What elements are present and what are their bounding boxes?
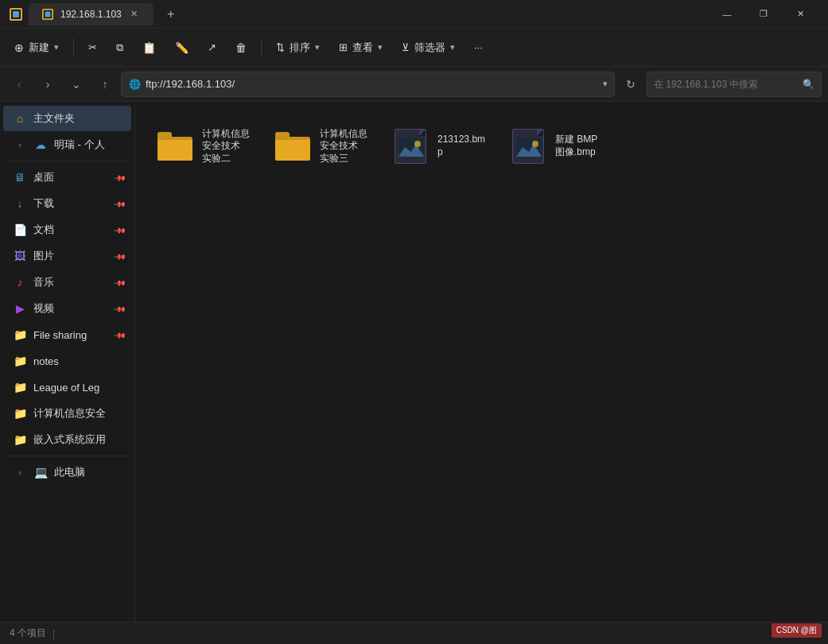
search-box[interactable]: 🔍 — [647, 72, 822, 97]
league-folder-icon: 📁 — [13, 380, 27, 394]
pin-icon-video: 📌 — [114, 302, 126, 315]
embedded-folder-icon: 📁 — [13, 433, 27, 447]
file-grid: 计算机信息安全技术 实验二 计算机信息安全技术 实验三 — [148, 114, 815, 178]
paste-button[interactable]: 📋 — [134, 33, 164, 62]
toolbar-sep-2 — [261, 38, 262, 57]
status-separator: | — [52, 628, 55, 639]
tab-icon — [41, 8, 54, 21]
notes-folder-icon: 📁 — [13, 354, 27, 368]
share-icon: ↗ — [208, 41, 216, 53]
sidebar-embedded-label: 嵌入式系统应用 — [33, 433, 125, 447]
sidebar-pc-expand-icon: › — [13, 465, 27, 479]
sidebar-doc-label: 文档 — [33, 223, 109, 237]
address-bar-row: ‹ › ⌄ ↑ 🌐 ftp://192.168.1.103/ ▾ ↻ 🔍 — [0, 67, 828, 102]
sidebar-item-security[interactable]: 📁 计算机信息安全 — [3, 401, 131, 426]
cloud-icon: ☁ — [33, 138, 48, 152]
rename-button[interactable]: ✏️ — [167, 33, 196, 62]
sidebar-item-music[interactable]: ♪ 音乐 📌 — [3, 270, 131, 295]
tab-close-button[interactable]: ✕ — [128, 8, 141, 21]
minimize-button[interactable]: — — [709, 0, 745, 29]
pin-icon-music: 📌 — [114, 276, 126, 289]
recent-locations-button[interactable]: ⌄ — [64, 72, 89, 97]
sidebar-item-download[interactable]: ↓ 下载 📌 — [3, 191, 131, 216]
list-item[interactable]: 新建 BMP 图像.bmp — [501, 114, 612, 178]
tab-label: 192.168.1.103 — [60, 9, 122, 20]
more-button[interactable]: ··· — [466, 33, 491, 62]
delete-button[interactable]: 🗑 — [227, 33, 255, 62]
sidebar-item-league[interactable]: 📁 League of Leg — [3, 374, 131, 400]
item-count: 4 个项目 — [10, 627, 46, 640]
filter-button[interactable]: ⊻ 筛选器 ▾ — [394, 33, 463, 62]
refresh-button[interactable]: ↻ — [618, 72, 643, 97]
file-content-area: 计算机信息安全技术 实验二 计算机信息安全技术 实验三 — [135, 102, 828, 622]
restore-button[interactable]: ❐ — [745, 0, 782, 29]
sidebar-item-doc[interactable]: 📄 文档 📌 — [3, 217, 131, 242]
filter-label: 筛选器 — [414, 41, 445, 55]
view-label: 查看 — [352, 41, 373, 55]
folder-icon-wrap-1 — [156, 127, 194, 165]
sidebar-item-embedded[interactable]: 📁 嵌入式系统应用 — [3, 427, 131, 452]
sidebar-item-filesharing[interactable]: 📁 File sharing 📌 — [3, 322, 131, 347]
bmp-icon-wrap-1 — [391, 127, 430, 165]
address-bar[interactable]: 🌐 ftp://192.168.1.103/ ▾ — [121, 72, 615, 97]
title-bar: 192.168.1.103 ✕ + — ❐ ✕ — [0, 0, 828, 29]
sidebar-filesharing-label: File sharing — [33, 329, 109, 341]
sidebar-item-home[interactable]: ⌂ 主文件夹 — [3, 106, 131, 131]
filter-dropdown-icon: ▾ — [450, 42, 455, 52]
new-button[interactable]: ⊕ 新建 ▾ — [6, 33, 67, 62]
close-button[interactable]: ✕ — [782, 0, 818, 29]
share-button[interactable]: ↗ — [200, 33, 224, 62]
sort-label: 排序 — [290, 41, 310, 55]
address-chevron-icon[interactable]: ▾ — [603, 79, 608, 89]
folder-icon-2 — [275, 132, 310, 161]
sidebar-divider-2 — [6, 456, 128, 456]
status-bar: 4 个项目 | — [0, 622, 828, 644]
folder-icon-1 — [157, 132, 192, 161]
up-button[interactable]: ↑ — [92, 72, 118, 97]
svg-point-8 — [414, 141, 421, 147]
search-input[interactable] — [654, 79, 798, 90]
sidebar-divider-1 — [6, 161, 128, 161]
cut-icon: ✂ — [88, 41, 97, 53]
back-button[interactable]: ‹ — [6, 72, 32, 97]
sort-button[interactable]: ⇅ 排序 ▾ — [268, 33, 328, 62]
copy-button[interactable]: ⧉ — [108, 33, 131, 62]
new-tab-button[interactable]: + — [160, 3, 182, 25]
cut-button[interactable]: ✂ — [80, 33, 105, 62]
sidebar-item-pc[interactable]: › 💻 此电脑 — [3, 460, 131, 485]
sidebar-pc-label: 此电脑 — [54, 465, 125, 479]
list-item[interactable]: 213123.bmp — [383, 114, 495, 178]
list-item[interactable]: 计算机信息安全技术 实验二 — [148, 114, 259, 178]
view-button[interactable]: ⊞ 查看 ▾ — [331, 33, 391, 62]
sidebar-item-picture[interactable]: 🖼 图片 📌 — [3, 243, 131, 269]
bmp-name-1: 213123.bmp — [437, 134, 487, 158]
sidebar-music-label: 音乐 — [33, 275, 109, 289]
sidebar-item-cloud[interactable]: › ☁ 明瑞 - 个人 — [3, 132, 131, 157]
sidebar-notes-label: notes — [33, 355, 125, 367]
bmp-image-svg-2 — [516, 138, 542, 157]
sidebar-download-label: 下载 — [33, 196, 109, 211]
sidebar-item-desktop[interactable]: 🖥 桌面 📌 — [3, 165, 131, 190]
more-icon: ··· — [474, 41, 483, 53]
security-folder-icon: 📁 — [13, 406, 27, 421]
watermark: CSDN @图 — [772, 623, 822, 638]
rename-icon: ✏️ — [175, 41, 189, 54]
copy-icon: ⧉ — [116, 41, 123, 54]
bmp-icon-wrap-2 — [509, 127, 547, 165]
sidebar-item-notes[interactable]: 📁 notes — [3, 348, 131, 374]
download-icon: ↓ — [13, 196, 27, 211]
address-favicon: 🌐 — [128, 78, 141, 91]
folder-icon-wrap-2 — [274, 127, 312, 165]
pin-icon-doc: 📌 — [114, 223, 126, 236]
svg-rect-5 — [45, 11, 51, 17]
bmp-icon-2 — [512, 129, 544, 164]
view-dropdown-icon: ▾ — [378, 42, 383, 52]
search-icon: 🔍 — [803, 79, 814, 90]
sidebar-item-video[interactable]: ▶ 视频 📌 — [3, 296, 131, 321]
forward-button[interactable]: › — [35, 72, 60, 97]
pin-icon-picture: 📌 — [114, 250, 126, 262]
bmp-name-2: 新建 BMP 图像.bmp — [555, 134, 604, 158]
active-tab[interactable]: 192.168.1.103 ✕ — [29, 3, 154, 25]
list-item[interactable]: 计算机信息安全技术 实验三 — [266, 114, 377, 178]
picture-icon: 🖼 — [13, 249, 27, 263]
